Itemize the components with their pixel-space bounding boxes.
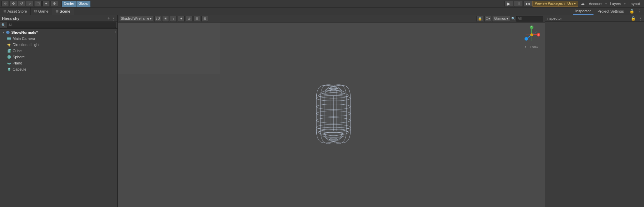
panel-more-icon[interactable]: ⋮ — [637, 9, 641, 14]
svg-text:y: y — [531, 25, 532, 27]
scene-object-icon — [5, 30, 10, 35]
cube-icon — [7, 48, 12, 53]
tree-arrow-shownormals: ▾ — [1, 30, 5, 34]
inspector-lock-icon[interactable]: 🔒 — [631, 16, 636, 21]
tree-label-shownormals: ShowNormals* — [11, 30, 38, 34]
step-button[interactable]: ⏭ — [524, 1, 532, 7]
top-bar: ⊹ ✛ ↺ ⤢ ⬚ ✦ ⚙ Center Global ▶ ⏸ ⏭ Previe… — [0, 0, 644, 8]
pivot-global[interactable]: Global — [76, 1, 90, 7]
tree-item-directional-light[interactable]: Directional Light — [0, 42, 117, 48]
tab-game[interactable]: ⊡ Game — [31, 8, 52, 15]
svg-rect-7 — [8, 50, 10, 53]
tool-rect[interactable]: ⬚ — [34, 1, 42, 7]
gizmos-arrow: ▾ — [506, 17, 508, 20]
tree-item-main-camera[interactable]: Main Camera — [0, 35, 117, 42]
hierarchy-more-icon[interactable]: ⋮ — [111, 16, 115, 21]
tool-transform[interactable]: ✦ — [42, 1, 50, 7]
panel-lock-icon[interactable]: 🔒 — [629, 9, 634, 14]
effects-btn[interactable]: ✦ — [178, 16, 185, 22]
tool-move[interactable]: ✛ — [10, 1, 17, 7]
hierarchy-search-input[interactable] — [7, 23, 116, 28]
main-area: Hierarchy + ⋮ 🔍 ▾ ShowNormals* ⋮ — [0, 15, 644, 207]
svg-line-86 — [532, 31, 537, 35]
plane-icon — [7, 61, 12, 65]
svg-rect-46 — [118, 23, 220, 74]
second-bar: ⊞ Asset Store ⊡ Game ⊞ Scene Inspector P… — [0, 8, 644, 15]
scene-grid — [118, 23, 220, 74]
shading-mode-select[interactable]: Shaded Wireframe ▾ — [119, 16, 153, 22]
scene-search-input[interactable] — [516, 16, 543, 21]
svg-point-74 — [316, 86, 350, 142]
tab-inspector[interactable]: Inspector — [573, 8, 593, 15]
gizmo-persp-label[interactable]: ⟵ Persp — [525, 45, 538, 48]
pause-button[interactable]: ⏸ — [514, 1, 523, 7]
gizmos-button[interactable]: Gizmos ▾ — [492, 16, 510, 22]
tree-label-capsule: Capsule — [13, 67, 26, 71]
tree-item-sphere[interactable]: Sphere — [0, 54, 117, 60]
hierarchy-search-bar: 🔍 — [0, 22, 117, 29]
light-icon — [7, 42, 12, 47]
svg-point-2 — [8, 44, 10, 46]
gizmo-widget: y z ⟵ Persp — [521, 25, 542, 53]
camera-icon — [7, 36, 12, 41]
hierarchy-options-icon[interactable]: ⋮ — [114, 31, 117, 34]
inspector-title: Inspector — [546, 16, 562, 20]
capsule-3d — [313, 79, 354, 148]
hide-btn[interactable]: ⊘ — [186, 16, 192, 22]
play-controls: ▶ ⏸ ⏭ — [504, 1, 532, 7]
tool-extra[interactable]: ⚙ — [51, 1, 58, 7]
inspector-content — [545, 22, 644, 207]
tab-asset-store[interactable]: ⊞ Asset Store — [0, 8, 31, 15]
scene-lock-icon[interactable]: 🔒 — [476, 16, 483, 22]
grid-btn[interactable]: ⊞ — [201, 16, 208, 22]
overlay-btn[interactable]: ⊟ — [194, 16, 200, 22]
tree-label-sphere: Sphere — [13, 55, 25, 59]
play-button[interactable]: ▶ — [504, 1, 513, 7]
lighting-btn[interactable]: ☀ — [162, 16, 169, 22]
tab-project-settings[interactable]: Project Settings — [595, 8, 627, 15]
tool-rotate[interactable]: ↺ — [18, 1, 25, 7]
tab-game-label: Game — [38, 9, 48, 13]
account-menu[interactable]: Account — [587, 2, 604, 6]
scene-panel: Shaded Wireframe ▾ 2D ☀ ♪ ✦ ⊘ ⊟ ⊞ 🔒 ⊡▾ G… — [118, 15, 545, 207]
tree-item-capsule[interactable]: Capsule — [0, 66, 117, 72]
scene-view[interactable]: y z ⟵ Persp — [118, 23, 545, 207]
tree-item-plane[interactable]: Plane — [0, 60, 117, 66]
gizmos-label: Gizmos — [494, 17, 506, 20]
inspector-more-icon[interactable]: ⋮ — [639, 16, 643, 21]
svg-point-10 — [8, 55, 11, 59]
preview-packages-button[interactable]: Preview Packages in Use ▾ — [532, 1, 578, 7]
search-icon: 🔍 — [1, 23, 5, 27]
svg-marker-12 — [8, 63, 11, 64]
hierarchy-tree: ▾ ShowNormals* ⋮ Main Camera — [0, 29, 117, 207]
scene-toolbar: Shaded Wireframe ▾ 2D ☀ ♪ ✦ ⊘ ⊟ ⊞ 🔒 ⊡▾ G… — [118, 15, 545, 23]
scene-search-area: 🔍 — [511, 16, 543, 21]
layers-menu[interactable]: Layers — [609, 2, 622, 6]
scene-view-select[interactable]: ⊡▾ — [484, 16, 491, 22]
tab-scene-label: Scene — [60, 9, 70, 13]
gizmo-axes-svg[interactable]: y z — [522, 25, 541, 44]
asset-store-icon: ⊞ — [3, 9, 6, 13]
pivot-center[interactable]: Center — [62, 1, 76, 7]
tree-label-plane: Plane — [13, 61, 22, 65]
tree-label-cube: Cube — [13, 49, 22, 53]
audio-btn[interactable]: ♪ — [170, 16, 177, 22]
layout-menu[interactable]: Layout — [627, 2, 641, 6]
svg-marker-8 — [8, 49, 11, 50]
hierarchy-add-icon[interactable]: + — [108, 16, 110, 21]
svg-point-14 — [8, 68, 10, 69]
toolbar-left: ⊹ ✛ ↺ ⤢ ⬚ ✦ ⚙ Center Global — [0, 1, 504, 7]
tool-scale[interactable]: ⤢ — [26, 1, 33, 7]
tree-item-shownormals[interactable]: ▾ ShowNormals* ⋮ — [0, 29, 117, 35]
preview-packages-label: Preview Packages in Use — [535, 2, 573, 5]
pivot-group: Center Global — [61, 1, 91, 7]
scene-search-icon: 🔍 — [511, 17, 515, 20]
tree-label-main-camera: Main Camera — [13, 36, 35, 41]
cloud-icon[interactable]: ☁ — [579, 1, 586, 6]
tree-item-cube[interactable]: Cube — [0, 48, 117, 54]
tool-hand[interactable]: ⊹ — [1, 1, 9, 7]
dimension-btn[interactable]: 2D — [154, 16, 161, 22]
tab-scene[interactable]: ⊞ Scene — [52, 8, 74, 15]
svg-point-82 — [525, 37, 528, 41]
preview-packages-arrow: ▾ — [574, 2, 576, 5]
